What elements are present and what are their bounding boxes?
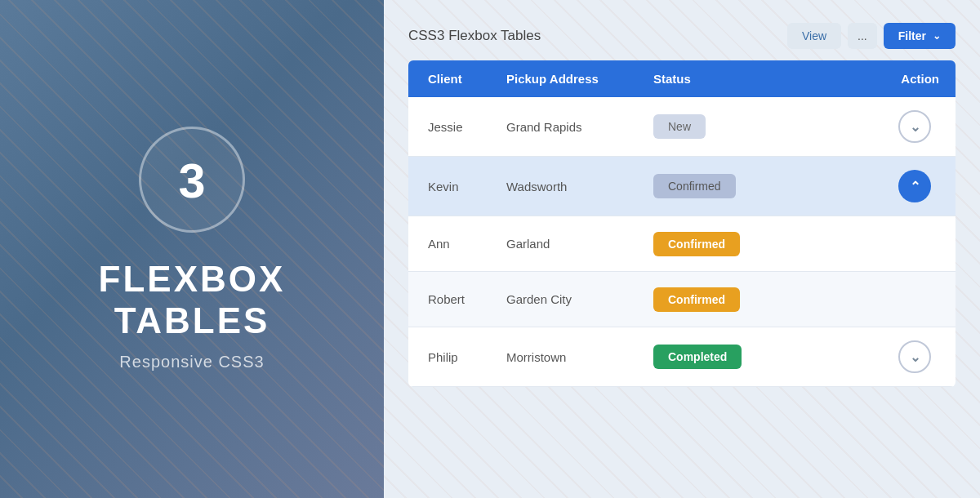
cell-status: Confirmed <box>653 174 874 198</box>
cell-status: Completed <box>653 345 874 369</box>
cell-action: ⌃ <box>874 170 956 202</box>
table-row: Ann Garland Confirmed <box>408 216 956 272</box>
cell-status: Confirmed <box>653 287 874 312</box>
cell-client: Ann <box>408 237 506 251</box>
top-bar: CSS3 Flexbox Tables View ... Filter ⌄ <box>408 23 956 49</box>
right-panel: CSS3 Flexbox Tables View ... Filter ⌄ Cl… <box>384 0 980 498</box>
filter-chevron-down-icon: ⌄ <box>933 30 941 42</box>
dots-button[interactable]: ... <box>848 23 877 49</box>
cell-action: ⌄ <box>874 110 956 143</box>
cell-status: New <box>653 114 874 139</box>
cell-client: Kevin <box>408 180 506 193</box>
svg-text:3: 3 <box>178 153 205 208</box>
table-row: Kevin Wadsworth Confirmed ⌃ <box>408 157 956 216</box>
filter-label: Filter <box>898 29 926 42</box>
header-status: Status <box>653 72 874 86</box>
cell-address: Morristown <box>506 350 653 364</box>
view-button[interactable]: View <box>787 23 841 49</box>
action-collapse-button[interactable]: ⌃ <box>898 170 931 202</box>
action-expand-button[interactable]: ⌄ <box>898 340 931 373</box>
table-row: Philip Morristown Completed ⌄ <box>408 327 956 387</box>
header-action: Action <box>874 72 956 86</box>
header-client: Client <box>408 72 506 86</box>
table-header-row: Client Pickup Address Status Action <box>408 60 956 97</box>
main-title: FLEXBOX TABLES <box>99 259 286 341</box>
cell-client: Robert <box>408 292 506 306</box>
status-badge: Completed <box>653 345 742 369</box>
cell-action: ⌄ <box>874 340 956 373</box>
cell-address: Garden City <box>506 292 653 306</box>
top-bar-actions: View ... Filter ⌄ <box>787 23 956 49</box>
cell-address: Garland <box>506 237 653 251</box>
css3-logo: 3 <box>139 127 245 233</box>
cell-address: Wadsworth <box>506 180 653 193</box>
table-title: CSS3 Flexbox Tables <box>408 28 541 44</box>
status-badge: New <box>653 114 706 139</box>
status-badge: Confirmed <box>653 174 736 198</box>
subtitle: Responsive CSS3 <box>119 353 264 371</box>
cell-client: Jessie <box>408 120 506 134</box>
cell-client: Philip <box>408 350 506 364</box>
action-expand-button[interactable]: ⌄ <box>898 110 931 143</box>
filter-button[interactable]: Filter ⌄ <box>884 23 956 49</box>
header-address: Pickup Address <box>506 72 653 86</box>
status-badge: Confirmed <box>653 232 740 256</box>
table-container: CSS3 Flexbox Tables View ... Filter ⌄ Cl… <box>408 23 956 482</box>
status-badge: Confirmed <box>653 287 740 312</box>
css3-icon: 3 <box>159 147 225 212</box>
left-panel: 3 FLEXBOX TABLES Responsive CSS3 <box>0 0 384 498</box>
cell-status: Confirmed <box>653 232 874 256</box>
flex-table: Client Pickup Address Status Action Jess… <box>408 60 956 387</box>
table-row: Robert Garden City Confirmed <box>408 272 956 327</box>
cell-address: Grand Rapids <box>506 120 653 134</box>
table-row: Jessie Grand Rapids New ⌄ <box>408 97 956 157</box>
